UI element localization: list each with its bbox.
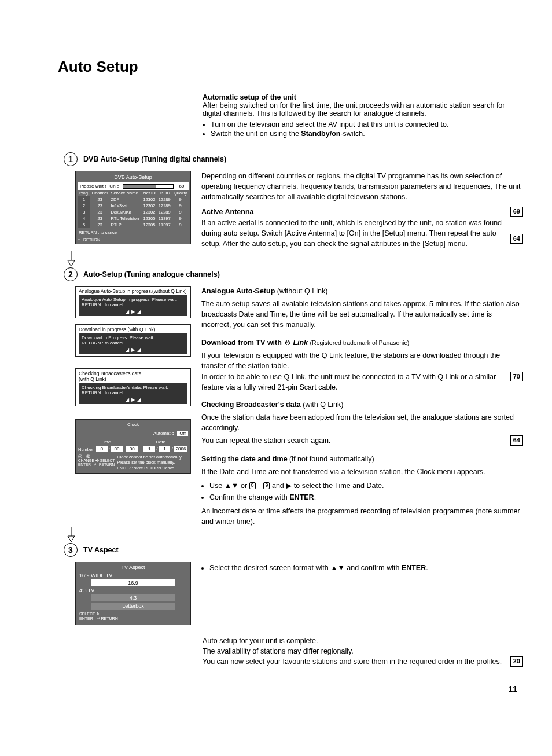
setting-text2: An incorrect date or time affects the pr… [201, 506, 523, 527]
flow-arrow-icon [67, 527, 76, 542]
updown-icon: ▲▼ [225, 482, 239, 490]
osd-remote-hint: ⤶ RETURN [78, 237, 189, 242]
dpad-icon: ✥ [95, 458, 99, 463]
osd-analogue-setup: Analogue Auto-Setup in progress.(without… [75, 286, 191, 318]
step-title: Auto-Setup (Tuning analogue channels) [83, 270, 220, 278]
osd-title: TV Aspect [79, 564, 187, 570]
download-heading: Download from TV with Link (Registered t… [201, 337, 523, 348]
page-ref: 69 [510, 207, 523, 217]
play-icons: ◢ ▶ ◢ [82, 309, 185, 314]
play-icons: ◢ ▶ ◢ [82, 347, 185, 353]
step3-bullet: Select the desired screen format with ▲▼… [209, 563, 523, 573]
setting-bullets: Use ▲▼ or 0 – 9 and ▶ to select the Time… [201, 480, 523, 502]
dpad-icon: ✥ [96, 612, 100, 616]
intro-bullets: Turn on the television and select the AV… [203, 120, 523, 138]
conclusion-block: Auto setup for your unit is complete. Th… [203, 636, 523, 667]
step3-bullets: Select the desired screen format with ▲▼… [201, 563, 523, 573]
play-icons: ◢ ▶ ◢ [82, 397, 185, 402]
margin-rule [34, 0, 34, 722]
osd-inner: Analogue Auto-Setup in progress. Please … [79, 295, 187, 316]
osd-inner: Checking Broadcaster's data. Please wait… [79, 383, 187, 404]
step-title: TV Aspect [83, 546, 119, 554]
checking-text1: Once the station data have been adopted … [201, 412, 523, 433]
osd-download-progress: Download in progress.(with Q Link) Downl… [75, 324, 191, 357]
setting-heading: Setting the date and time (if not found … [201, 454, 523, 464]
manual-page: Auto Setup Automatic setup of the unit A… [0, 0, 552, 722]
osd-tv-aspect: TV Aspect 16:9 WIDE TV 16:9 4:3 TV 4:3 L… [75, 562, 191, 625]
intro-bullet: Turn on the television and select the AV… [211, 120, 523, 129]
setting-text1: If the Date and Time are not transferred… [201, 467, 523, 477]
osd-remote-hint: SELECT ✥ ENTER ⤶ RETURN [79, 612, 187, 621]
setting-bullet: Use ▲▼ or 0 – 9 and ▶ to select the Time… [209, 480, 523, 491]
osd-clock: Clock Automatic Off Time Date Number 0: … [75, 419, 191, 474]
progress-bar [123, 184, 174, 189]
aspect-option: 16:9 [91, 579, 175, 586]
intro-body: After being switched on for the first ti… [203, 101, 523, 118]
clock-labels: Time Date [78, 439, 188, 445]
setting-bullet: Confirm the change with ENTER. [209, 492, 523, 502]
page-ref: 64 [510, 234, 523, 244]
clock-auto-row: Automatic Off [78, 431, 188, 436]
osd-checking-data: Checking Broadcaster's data. (with Q Lin… [75, 368, 191, 406]
intro-bullet: Switch the unit on using the Standby/on-… [211, 130, 523, 138]
step1-text1: Depending on different countries or regi… [201, 171, 523, 202]
svg-marker-3 [68, 536, 75, 542]
osd-channel-table: Prog. Channel Service Name Net ID TS ID … [78, 190, 189, 228]
page-title: Auto Setup [58, 58, 523, 76]
aspect-option: 4:3 [91, 594, 175, 601]
page-ref: 70 [510, 372, 523, 382]
active-antenna-heading: Active Antenna 69 [201, 207, 523, 217]
clock-msg: Clock cannot be set automatically. Pleas… [117, 454, 182, 471]
analogue-text: The auto setup saves all avaiable televi… [201, 299, 523, 330]
num-key-icon: 9 [263, 482, 270, 489]
analogue-heading: Analogue Auto-Setup (without Q Link) [201, 286, 523, 296]
page-ref: 64 [510, 435, 523, 446]
osd-progress-row: Please wait ! Ch 5 69 [78, 182, 189, 190]
flow-arrow-icon [67, 251, 76, 266]
step-1: 1 DVB Auto-Setup (Tuning digital channel… [58, 152, 523, 251]
step1-text2: 64 If an active aerial is connected to t… [201, 218, 523, 249]
table-row: 123ZDF12302122899 [78, 196, 189, 203]
step-title: DVB Auto-Setup (Tuning digital channels) [83, 155, 226, 163]
osd-title: DVB Auto-Setup [78, 173, 189, 182]
page-ref: 20 [510, 656, 523, 667]
step-3: 3 TV Aspect TV Aspect 16:9 WIDE TV 16:9 … [58, 543, 523, 625]
osd-inner: Download in Progress. Please wait. RETUR… [79, 333, 187, 354]
step-number: 1 [64, 152, 78, 166]
table-row: 423RTL Television12305113979 [78, 215, 189, 222]
page-number: 11 [58, 684, 517, 693]
download-text1: If your television is equipped with the … [201, 350, 523, 371]
checking-text2: 64 You can repeat the station search aga… [201, 435, 523, 446]
step-2: 2 Auto-Setup (Tuning analogue channels) … [58, 267, 523, 527]
return-icon: ⤶ [93, 463, 97, 467]
updown-icon: ▲▼ [330, 564, 345, 572]
step-number: 3 [64, 543, 78, 557]
num-key-icon: 0 [249, 482, 256, 489]
svg-marker-1 [68, 260, 75, 266]
table-row: 523RTL212305113979 [78, 222, 189, 228]
osd-dvb-autosetup: DVB Auto-Setup Please wait ! Ch 5 69 Pro… [75, 171, 191, 244]
osd-title: Clock [78, 422, 188, 427]
table-row: 323Doku/KiKa12302122899 [78, 209, 189, 215]
table-row: 223Info/3sat12302122899 [78, 203, 189, 209]
right-icon: ▶ [286, 482, 292, 490]
osd-cancel-hint: RETURN : to cancel [78, 230, 189, 235]
return-icon: ⤶ [97, 616, 100, 621]
qlink-logo-icon: Link [284, 337, 308, 348]
return-icon: ⤶ [78, 237, 81, 242]
step-number: 2 [64, 267, 78, 281]
clock-values: 0: 00. 00 1/ 1/ 2006 [96, 446, 188, 452]
intro-heading: Automatic setup of the unit [203, 93, 523, 101]
checking-heading: Checking Broadcaster's data (with Q Link… [201, 399, 523, 410]
download-text2: 70 In order to be able to use Q Link, th… [201, 372, 523, 392]
aspect-option: Letterbox [91, 603, 175, 610]
intro-block: Automatic setup of the unit After being … [203, 93, 523, 138]
